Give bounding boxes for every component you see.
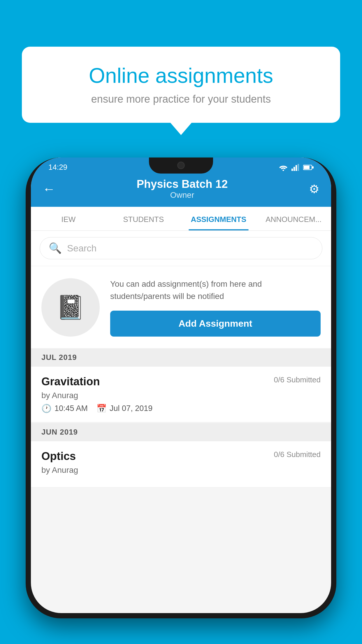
assignment-icon-circle: 📓 — [41, 278, 100, 337]
header-title-block: Physics Batch 12 Owner — [55, 178, 309, 200]
assignment-item-optics[interactable]: Optics 0/6 Submitted by Anurag — [31, 441, 331, 487]
optics-top-row: Optics 0/6 Submitted — [41, 450, 321, 463]
optics-by: by Anurag — [41, 466, 321, 475]
phone-shell: 14:29 — [26, 158, 336, 618]
clock-icon: 🕐 — [41, 404, 52, 413]
status-bar: 14:29 — [48, 163, 314, 172]
search-input-wrap[interactable]: 🔍 Search — [40, 237, 322, 259]
tab-announcements[interactable]: ANNOUNCEM... — [256, 207, 331, 230]
speech-bubble: Online assignments ensure more practice … — [22, 47, 340, 123]
speech-bubble-subtitle: ensure more practice for your students — [42, 93, 320, 105]
section-header-jul2019: JUL 2019 — [31, 348, 331, 367]
assignment-item-gravitation[interactable]: Gravitation 0/6 Submitted by Anurag 🕐 10… — [31, 367, 331, 422]
speech-bubble-title: Online assignments — [42, 64, 320, 87]
optics-submitted: 0/6 Submitted — [274, 450, 321, 459]
back-button[interactable]: ← — [43, 182, 55, 196]
assignment-top-row: Gravitation 0/6 Submitted — [41, 375, 321, 388]
assignment-meta: 🕐 10:45 AM 📅 Jul 07, 2019 — [41, 404, 321, 413]
search-container: 🔍 Search — [31, 231, 331, 266]
header-subtitle: Owner — [55, 190, 309, 200]
header-title: Physics Batch 12 — [55, 178, 309, 190]
svg-rect-6 — [304, 166, 310, 169]
tab-students[interactable]: STUDENTS — [106, 207, 181, 230]
tab-iew[interactable]: IEW — [31, 207, 106, 230]
add-assignment-area: 📓 You can add assignment(s) from here an… — [31, 266, 331, 348]
svg-rect-1 — [291, 169, 293, 171]
settings-icon[interactable]: ⚙ — [309, 182, 319, 196]
meta-time: 🕐 10:45 AM — [41, 404, 88, 413]
add-assignment-description: You can add assignment(s) from here and … — [110, 278, 321, 302]
speech-bubble-container: Online assignments ensure more practice … — [22, 47, 340, 123]
assignment-time: 10:45 AM — [55, 404, 88, 413]
section-jun2019: JUN 2019 Optics 0/6 Submitted by Anurag — [31, 423, 331, 487]
wifi-icon — [279, 164, 288, 171]
tab-assignments[interactable]: ASSIGNMENTS — [181, 207, 256, 230]
svg-rect-7 — [312, 166, 314, 169]
status-time: 14:29 — [48, 163, 67, 172]
add-assignment-right: You can add assignment(s) from here and … — [110, 278, 321, 337]
section-header-jun2019: JUN 2019 — [31, 423, 331, 441]
status-icons — [279, 164, 314, 171]
tabs-bar: IEW STUDENTS ASSIGNMENTS ANNOUNCEM... — [31, 207, 331, 231]
optics-name: Optics — [41, 450, 76, 463]
assignment-by: by Anurag — [41, 391, 321, 400]
calendar-icon: 📅 — [96, 404, 107, 413]
phone-screen: 14:29 — [31, 158, 331, 613]
notebook-icon: 📓 — [56, 294, 85, 321]
battery-icon — [303, 164, 314, 170]
screen-content: 🔍 Search 📓 You can add assignment(s) fro… — [31, 231, 331, 487]
svg-point-0 — [283, 169, 284, 171]
assignment-date: Jul 07, 2019 — [110, 404, 152, 413]
phone-container: 14:29 — [26, 158, 336, 644]
search-placeholder: Search — [67, 243, 96, 254]
meta-date: 📅 Jul 07, 2019 — [96, 404, 152, 413]
search-icon: 🔍 — [49, 242, 62, 254]
svg-rect-3 — [296, 165, 297, 171]
svg-rect-4 — [298, 164, 299, 171]
add-assignment-button[interactable]: Add Assignment — [110, 311, 321, 337]
assignment-name: Gravitation — [41, 375, 100, 388]
svg-rect-2 — [294, 167, 295, 171]
signal-icon — [291, 164, 300, 171]
assignment-submitted: 0/6 Submitted — [274, 375, 321, 384]
